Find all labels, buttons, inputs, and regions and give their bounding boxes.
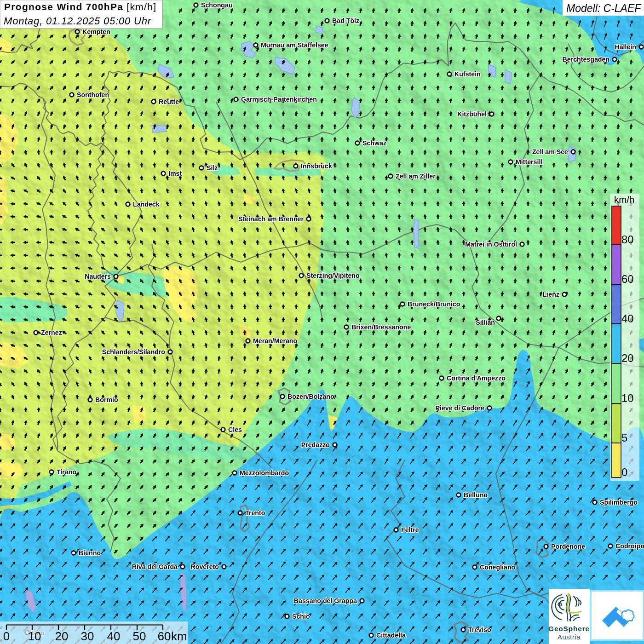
- svg-text:Bruneck/Brunico: Bruneck/Brunico: [408, 300, 460, 308]
- svg-text:Lienz: Lienz: [543, 291, 559, 298]
- svg-text:Landeck: Landeck: [133, 201, 160, 208]
- svg-text:Montag, 01.12.2025 05:00 Uhr: Montag, 01.12.2025 05:00 Uhr: [4, 15, 152, 27]
- svg-text:Kitzbühel: Kitzbühel: [457, 110, 487, 118]
- svg-text:Treviso: Treviso: [468, 626, 491, 633]
- svg-text:Zell am Ziller: Zell am Ziller: [396, 172, 436, 180]
- svg-text:Kempten: Kempten: [82, 28, 110, 35]
- svg-text:Zell am See: Zell am See: [532, 148, 568, 155]
- svg-text:Brixen/Bressanone: Brixen/Bressanone: [351, 323, 411, 331]
- svg-text:Meran/Merano: Meran/Merano: [253, 337, 298, 345]
- svg-text:Mezzolombardo: Mezzolombardo: [240, 469, 289, 477]
- svg-text:30: 30: [81, 629, 94, 643]
- svg-text:Codroipo: Codroipo: [615, 542, 644, 550]
- svg-text:0: 0: [3, 629, 10, 643]
- svg-text:80: 80: [621, 233, 634, 246]
- svg-text:Innsbruck: Innsbruck: [301, 162, 332, 170]
- svg-text:Riva del Garda: Riva del Garda: [132, 563, 178, 570]
- svg-text:Kufstein: Kufstein: [454, 70, 481, 78]
- svg-text:Schlanders/Silandro: Schlanders/Silandro: [102, 348, 166, 356]
- svg-text:Schwaz: Schwaz: [362, 139, 386, 147]
- svg-text:Cles: Cles: [228, 426, 242, 433]
- svg-text:Pieve di Cadore: Pieve di Cadore: [436, 404, 485, 412]
- svg-text:Nauders: Nauders: [85, 273, 111, 280]
- svg-text:Garmisch-Partenkirchen: Garmisch-Partenkirchen: [241, 96, 317, 103]
- svg-text:Schongau: Schongau: [201, 1, 233, 9]
- svg-text:60: 60: [621, 273, 634, 285]
- svg-text:Prognose Wind 700hPa [km/h]: Prognose Wind 700hPa [km/h]: [4, 1, 156, 12]
- svg-text:Hallein: Hallein: [615, 43, 636, 51]
- svg-text:Imst: Imst: [168, 170, 182, 177]
- svg-text:Modell: C-LAEF: Modell: C-LAEF: [566, 2, 642, 14]
- svg-text:Bozen/Bolzano: Bozen/Bolzano: [288, 393, 334, 400]
- svg-text:Reutte: Reutte: [159, 98, 179, 105]
- svg-text:Zernez: Zernez: [41, 329, 62, 336]
- svg-text:40: 40: [621, 312, 634, 325]
- svg-text:0: 0: [621, 466, 627, 478]
- svg-text:Steinach am Brenner: Steinach am Brenner: [238, 215, 304, 223]
- svg-text:Bassano del Grappa: Bassano del Grappa: [294, 597, 357, 604]
- svg-text:Spilimbergo: Spilimbergo: [600, 499, 638, 506]
- svg-text:Sterzing/Vipiteno: Sterzing/Vipiteno: [306, 272, 360, 279]
- svg-text:5: 5: [621, 431, 627, 444]
- svg-text:Trento: Trento: [245, 509, 265, 517]
- svg-text:Sillian: Sillian: [476, 319, 495, 326]
- svg-text:Cortina d'Ampezzo: Cortina d'Ampezzo: [447, 374, 506, 382]
- svg-text:Austria: Austria: [558, 633, 581, 641]
- svg-text:Conegliano: Conegliano: [480, 564, 516, 571]
- svg-text:Murnau am Staffelsee: Murnau am Staffelsee: [261, 41, 328, 49]
- svg-text:Bienno: Bienno: [79, 549, 101, 557]
- svg-text:Predazzo: Predazzo: [301, 441, 330, 448]
- svg-text:GeoSphere: GeoSphere: [548, 625, 590, 632]
- svg-text:Silz: Silz: [207, 164, 218, 172]
- svg-text:Schio: Schio: [292, 613, 310, 620]
- svg-text:Bormio: Bormio: [95, 396, 118, 403]
- svg-text:20: 20: [55, 629, 69, 643]
- svg-text:10: 10: [28, 629, 41, 643]
- svg-text:km: km: [171, 629, 187, 643]
- svg-text:Mittersill: Mittersill: [516, 158, 542, 166]
- svg-text:Tirano: Tirano: [57, 468, 76, 476]
- svg-text:Cittadella: Cittadella: [376, 632, 406, 639]
- svg-text:60: 60: [158, 629, 171, 643]
- svg-text:Bad Tölz: Bad Tölz: [332, 17, 359, 24]
- svg-text:40: 40: [107, 629, 121, 643]
- svg-text:20: 20: [621, 352, 634, 364]
- svg-text:km/h: km/h: [614, 194, 634, 205]
- svg-text:Pordenone: Pordenone: [551, 543, 585, 550]
- svg-text:Matrei in Osttirol: Matrei in Osttirol: [465, 241, 517, 248]
- svg-text:Berchtesgaden: Berchtesgaden: [563, 56, 610, 63]
- svg-text:Sonthofen: Sonthofen: [77, 91, 109, 98]
- svg-text:Belluno: Belluno: [464, 491, 488, 499]
- svg-text:50: 50: [133, 629, 146, 643]
- svg-text:Rovereto: Rovereto: [191, 563, 219, 570]
- svg-text:Feltre: Feltre: [401, 526, 419, 534]
- svg-text:10: 10: [621, 392, 634, 404]
